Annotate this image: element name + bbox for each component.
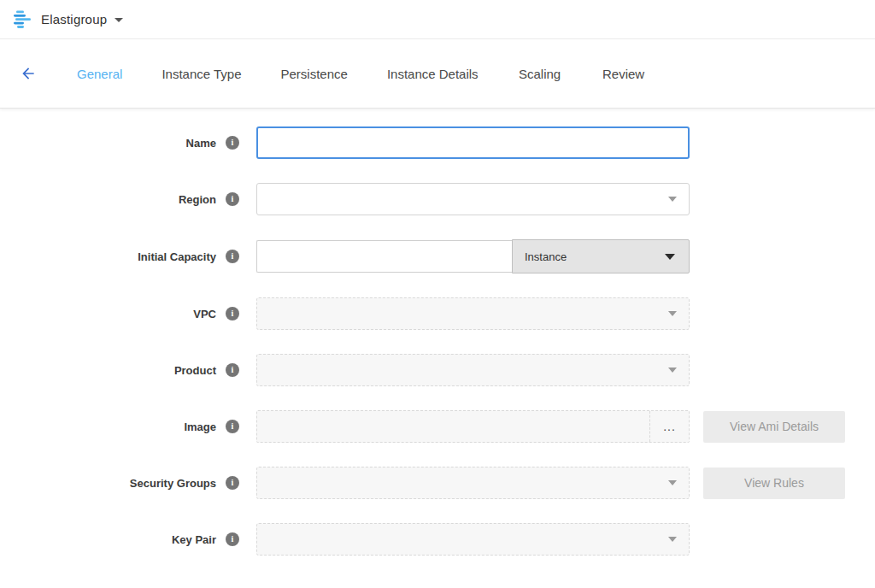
tab-instance-type[interactable]: Instance Type: [161, 60, 241, 88]
chevron-down-icon: [668, 368, 677, 373]
key-pair-select: [256, 523, 690, 556]
key-pair-label: Key Pair: [172, 533, 216, 546]
tab-persistence[interactable]: Persistence: [281, 60, 348, 88]
image-input: [257, 411, 649, 442]
back-button[interactable]: [19, 64, 38, 83]
info-icon[interactable]: i: [226, 307, 239, 320]
tab-general[interactable]: General: [77, 60, 122, 88]
form-row-product: Product i: [0, 354, 875, 386]
tab-scaling[interactable]: Scaling: [518, 60, 562, 88]
security-groups-label: Security Groups: [130, 477, 216, 490]
elastigroup-logo-icon: [14, 10, 32, 28]
vpc-label: VPC: [193, 308, 216, 320]
capacity-unit-select[interactable]: Instance: [512, 239, 690, 273]
tab-instance-details[interactable]: Instance Details: [387, 60, 479, 88]
info-icon[interactable]: i: [226, 363, 239, 377]
image-browse-button[interactable]: ...: [649, 411, 689, 442]
chevron-down-icon: [668, 480, 677, 485]
form-row-image: Image i ... View Ami Details: [0, 410, 875, 443]
chevron-down-icon: [668, 197, 677, 202]
wizard-tabs: General Instance Type Persistence Instan…: [77, 60, 685, 88]
chevron-down-icon[interactable]: [115, 18, 123, 22]
form-row-security-groups: Security Groups i View Rules: [0, 467, 875, 499]
region-select[interactable]: [256, 183, 690, 215]
info-icon[interactable]: i: [226, 532, 239, 546]
top-bar: Elastigroup: [0, 0, 875, 39]
initial-capacity-label: Initial Capacity: [138, 250, 216, 263]
chevron-down-icon: [665, 254, 675, 260]
info-icon[interactable]: i: [226, 136, 239, 150]
info-icon[interactable]: i: [226, 420, 239, 433]
form-row-name: Name i: [0, 126, 875, 159]
name-input[interactable]: [256, 126, 690, 159]
chevron-down-icon: [668, 311, 677, 316]
image-input-group: ...: [256, 410, 690, 443]
general-step-form: Name i Region i Initial Capacity i Insta…: [0, 109, 875, 556]
info-icon[interactable]: i: [226, 476, 239, 490]
vpc-select: [256, 297, 690, 330]
form-row-initial-capacity: Initial Capacity i Instance: [0, 239, 875, 273]
wizard-tab-bar: General Instance Type Persistence Instan…: [0, 39, 875, 109]
form-row-region: Region i: [0, 183, 875, 215]
view-ami-details-button[interactable]: View Ami Details: [703, 411, 845, 443]
arrow-left-icon: [20, 65, 37, 82]
info-icon[interactable]: i: [226, 250, 239, 263]
tab-review[interactable]: Review: [602, 60, 646, 88]
chevron-down-icon: [668, 537, 677, 542]
capacity-unit-value: Instance: [525, 250, 567, 263]
product-label: Product: [174, 364, 216, 377]
info-icon[interactable]: i: [226, 192, 239, 206]
name-label: Name: [186, 137, 216, 150]
view-rules-button[interactable]: View Rules: [703, 467, 845, 499]
app-switcher-label[interactable]: Elastigroup: [41, 12, 107, 26]
form-row-vpc: VPC i: [0, 297, 875, 330]
image-label: Image: [184, 420, 216, 433]
product-select: [256, 354, 690, 386]
initial-capacity-input[interactable]: [256, 240, 512, 273]
security-groups-select: [256, 467, 690, 499]
form-row-key-pair: Key Pair i: [0, 523, 875, 556]
region-label: Region: [179, 193, 216, 206]
